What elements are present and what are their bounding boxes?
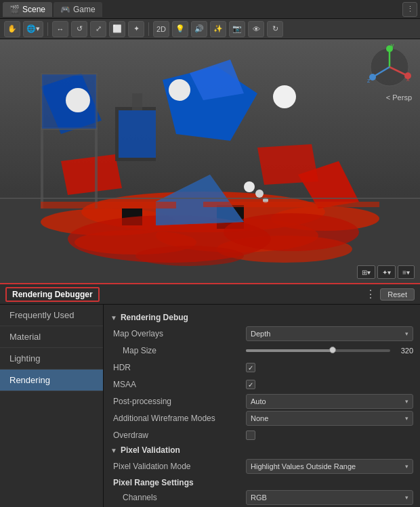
post-processing-arrow: ▾ [405, 398, 408, 405]
map-size-thumb [329, 347, 336, 353]
rendering-debug-header: ▼ Rendering Debug [110, 313, 413, 322]
svg-rect-36 [203, 202, 379, 207]
pv-mode-dropdown[interactable]: Highlight Values Outside Range ▾ [246, 459, 413, 474]
hand-tool-btn[interactable]: ✋ [4, 21, 20, 37]
game-tab-label: Game [73, 5, 96, 14]
viewport-toolbar: ✋ 🌐▾ ↔ ↺ ⤢ ⬜ ✦ 2D 💡 🔊 ✨ 📷 👁 ↻ [0, 19, 420, 39]
channels-label: Channels [110, 493, 246, 502]
scene-tab-icon: 🎬 [9, 5, 20, 14]
tab-game[interactable]: 🎮 Game [54, 2, 102, 17]
wireframe-arrow: ▾ [405, 415, 408, 422]
channels-arrow: ▾ [405, 494, 408, 501]
sidebar-item-material[interactable]: Material [0, 326, 103, 348]
render-mode-btn[interactable]: ✦▾ [377, 265, 396, 279]
top-bar-right: ⋮ [402, 2, 417, 17]
frequently-used-label: Frequently Used [9, 310, 74, 320]
scene-tab-label: Scene [22, 5, 45, 14]
svg-text:z: z [367, 77, 371, 84]
separator-2 [148, 22, 149, 36]
svg-marker-15 [61, 154, 122, 195]
post-processing-dropdown[interactable]: Auto ▾ [246, 394, 413, 409]
wireframe-row: Additional Wireframe Modes None ▾ [110, 411, 413, 426]
svg-point-23 [169, 79, 190, 101]
overdraw-checkbox[interactable] [246, 431, 255, 440]
rect-btn[interactable]: ⬜ [109, 21, 125, 37]
hdr-label: HDR [110, 363, 246, 372]
lighting-label: Lighting [9, 353, 41, 363]
content-area: Frequently Used Material Lighting Render… [0, 305, 420, 507]
post-processing-label: Post-processing [110, 397, 246, 406]
reset-button[interactable]: Reset [380, 288, 415, 301]
scene-vis-btn[interactable]: ≡▾ [398, 265, 415, 279]
audio-btn[interactable]: 🔊 [191, 21, 207, 37]
svg-marker-16 [257, 144, 318, 185]
svg-point-26 [255, 190, 264, 198]
world-btn[interactable]: 🌐▾ [23, 21, 43, 37]
tab-scene[interactable]: 🎬 Scene [3, 2, 52, 17]
separator-1 [47, 22, 48, 36]
map-overlays-value: Depth [251, 330, 270, 338]
svg-point-24 [273, 85, 296, 108]
map-size-value: 320 [394, 347, 413, 355]
scene-canvas [0, 39, 420, 283]
viewport-bottom-bar: ⊞▾ ✦▾ ≡▾ [357, 265, 415, 279]
map-size-track[interactable] [246, 349, 390, 352]
pv-mode-label: Pixel Validation Mode [110, 462, 246, 471]
svg-rect-35 [41, 202, 176, 208]
channels-dropdown[interactable]: RGB ▾ [246, 490, 413, 505]
light-btn[interactable]: 💡 [172, 21, 188, 37]
svg-text:x: x [406, 76, 410, 83]
svg-point-32 [224, 213, 359, 251]
pixel-validation-title: Pixel Validation [121, 445, 180, 455]
pv-mode-arrow: ▾ [405, 463, 408, 470]
post-processing-value: Auto [251, 397, 266, 405]
wireframe-dropdown[interactable]: None ▾ [246, 411, 413, 426]
msaa-checkbox[interactable] [246, 380, 255, 389]
map-size-row: Map Size 320 [110, 343, 413, 358]
wireframe-label: Additional Wireframe Modes [110, 414, 246, 423]
hdr-row: HDR [110, 360, 413, 375]
map-overlays-arrow: ▾ [405, 330, 408, 337]
debugger-more-icon[interactable]: ⋮ [365, 289, 376, 300]
channels-row: Channels RGB ▾ [110, 490, 413, 505]
svg-rect-29 [132, 93, 142, 110]
debugger-header: Rendering Debugger ⋮ Reset [0, 283, 420, 305]
map-overlays-label: Map Overlays [110, 329, 246, 338]
persp-label: < Persp [386, 93, 412, 102]
pv-triangle-icon: ▼ [110, 447, 117, 454]
scale-btn[interactable]: ⤢ [90, 21, 106, 37]
pixel-validation-header: ▼ Pixel Validation [110, 445, 413, 455]
svg-text:y: y [391, 43, 394, 49]
sidebar-item-frequently-used[interactable]: Frequently Used [0, 305, 103, 326]
map-size-fill [246, 349, 333, 352]
transform-btn[interactable]: ✦ [128, 21, 144, 37]
hdr-checkbox[interactable] [246, 363, 255, 372]
svg-point-46 [369, 74, 376, 81]
fx-btn[interactable]: ✨ [210, 21, 226, 37]
grid-btn[interactable]: ⊞▾ [357, 265, 375, 279]
rotate-btn[interactable]: ↺ [71, 21, 87, 37]
channels-value: RGB [251, 493, 267, 502]
overdraw-label: Overdraw [110, 431, 246, 440]
2d-btn[interactable]: 2D [153, 21, 169, 37]
triangle-icon: ▼ [110, 314, 117, 322]
game-tab-icon: 🎮 [60, 5, 70, 14]
visibility-btn[interactable]: 👁 [248, 21, 264, 37]
svg-rect-30 [119, 110, 156, 158]
sidebar-item-lighting[interactable]: Lighting [0, 348, 103, 370]
svg-point-25 [244, 181, 255, 192]
sidebar-item-rendering[interactable]: Rendering [0, 370, 103, 391]
move-btn[interactable]: ↔ [52, 21, 68, 37]
more-options-icon[interactable]: ⋮ [402, 2, 417, 17]
material-label: Material [9, 332, 41, 342]
map-overlays-dropdown[interactable]: Depth ▾ [246, 326, 413, 341]
msaa-label: MSAA [110, 380, 246, 389]
debugger-title: Rendering Debugger [5, 287, 100, 302]
pixel-range-header: Pixel Range Settings [110, 478, 413, 487]
rendering-label: Rendering [9, 375, 50, 385]
camera-btn[interactable]: 📷 [229, 21, 245, 37]
viewport[interactable]: y x z < Persp ⊞▾ ✦▾ ≡▾ [0, 39, 420, 283]
sidebar: Frequently Used Material Lighting Render… [0, 305, 104, 507]
refresh-btn[interactable]: ↻ [267, 21, 283, 37]
msaa-row: MSAA [110, 377, 413, 392]
